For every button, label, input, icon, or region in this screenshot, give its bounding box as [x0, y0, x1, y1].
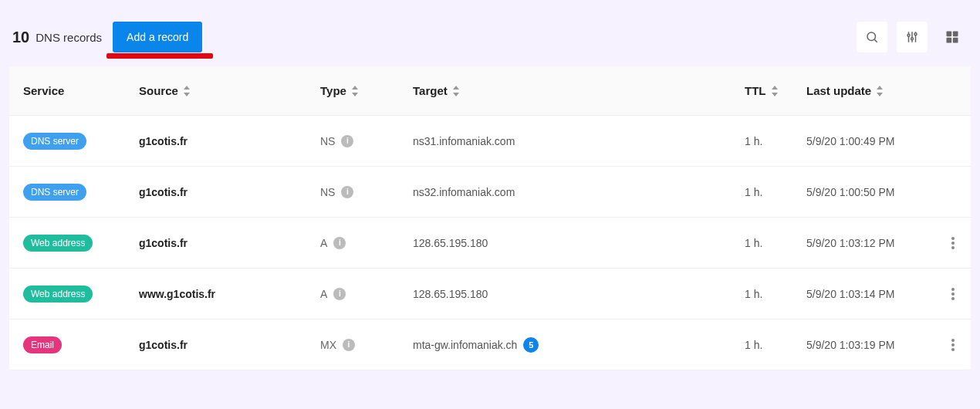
page-title: DNS records — [35, 31, 102, 44]
ttl-cell: 1 h. — [745, 237, 806, 249]
ttl-cell: 1 h. — [745, 288, 806, 300]
target-value: ns32.infomaniak.com — [413, 186, 515, 198]
table-row[interactable]: Web addresswww.g1cotis.frAi128.65.195.18… — [9, 269, 971, 319]
source-cell: g1cotis.fr — [139, 237, 320, 249]
target-value: 128.65.195.180 — [413, 237, 488, 249]
table-header: Service Source Type Target TTL — [9, 66, 971, 116]
sort-icon — [771, 86, 779, 96]
target-value: mta-gw.infomaniak.ch — [413, 339, 517, 351]
type-cell: Ai — [320, 237, 413, 249]
kebab-icon — [951, 288, 955, 300]
source-cell: g1cotis.fr — [139, 186, 320, 198]
svg-point-15 — [951, 288, 955, 291]
sort-icon — [351, 86, 359, 96]
ttl-cell: 1 h. — [745, 135, 806, 147]
source-cell: g1cotis.fr — [139, 339, 320, 351]
search-button[interactable] — [857, 22, 887, 52]
info-icon[interactable]: i — [333, 288, 346, 300]
table-row[interactable]: Web addressg1cotis.frAi128.65.195.1801 h… — [9, 218, 971, 269]
highlight-underline — [106, 53, 213, 59]
service-cell: Email — [23, 336, 139, 353]
row-actions-button[interactable] — [938, 339, 968, 351]
svg-rect-9 — [953, 32, 958, 37]
table-row[interactable]: DNS serverg1cotis.frNSins32.infomaniak.c… — [9, 167, 971, 218]
type-cell: NSi — [320, 135, 413, 147]
target-cell: mta-gw.infomaniak.ch5 — [413, 337, 745, 353]
service-cell: Web address — [23, 286, 139, 303]
info-icon[interactable]: i — [341, 135, 353, 147]
source-cell: www.g1cotis.fr — [139, 288, 320, 300]
svg-point-5 — [911, 38, 914, 40]
info-icon[interactable]: i — [341, 186, 353, 198]
table-row[interactable]: Emailg1cotis.frMXimta-gw.infomaniak.ch51… — [9, 319, 971, 370]
kebab-icon — [951, 339, 955, 351]
row-actions-button[interactable] — [938, 288, 968, 300]
source-cell: g1cotis.fr — [139, 135, 320, 147]
last-update-cell: 5/9/20 1:03:12 PM — [806, 237, 938, 249]
svg-line-1 — [874, 39, 877, 42]
service-cell: DNS server — [23, 133, 139, 150]
svg-point-16 — [951, 292, 955, 296]
sort-icon — [183, 86, 191, 96]
add-record-wrap: Add a record — [113, 22, 202, 52]
grid-view-button[interactable] — [937, 22, 968, 52]
kebab-icon — [951, 237, 955, 249]
col-last-update[interactable]: Last update — [806, 84, 938, 97]
svg-point-19 — [951, 343, 955, 346]
service-badge: Web address — [23, 235, 93, 252]
col-target[interactable]: Target — [413, 84, 745, 97]
target-cell: ns32.infomaniak.com — [413, 186, 745, 198]
type-cell: MXi — [320, 339, 413, 351]
service-badge: DNS server — [23, 133, 86, 150]
svg-rect-8 — [947, 32, 952, 37]
last-update-cell: 5/9/20 1:03:19 PM — [806, 339, 938, 351]
sort-icon — [452, 86, 460, 96]
col-last-update-label: Last update — [806, 84, 871, 97]
svg-point-12 — [951, 237, 955, 240]
service-badge: Web address — [23, 286, 93, 303]
type-cell: Ai — [320, 288, 413, 300]
type-value: MX — [320, 339, 336, 351]
type-value: A — [320, 288, 327, 300]
col-source[interactable]: Source — [139, 84, 320, 97]
type-value: A — [320, 237, 327, 249]
last-update-cell: 5/9/20 1:00:49 PM — [806, 135, 938, 147]
row-actions-button[interactable] — [938, 237, 968, 249]
service-cell: Web address — [23, 235, 139, 252]
type-cell: NSi — [320, 186, 413, 198]
records-table: Service Source Type Target TTL — [9, 66, 971, 370]
col-ttl-label: TTL — [745, 84, 766, 97]
last-update-cell: 5/9/20 1:00:50 PM — [806, 186, 938, 198]
last-update-cell: 5/9/20 1:03:14 PM — [806, 288, 938, 300]
col-service-label: Service — [23, 84, 64, 97]
sliders-icon — [905, 30, 919, 44]
table-body: DNS serverg1cotis.frNSins31.infomaniak.c… — [9, 116, 971, 370]
record-count: 10 — [12, 29, 29, 46]
add-record-button[interactable]: Add a record — [113, 22, 202, 52]
page-header: 10 DNS records Add a record — [0, 0, 980, 66]
service-badge: Email — [23, 336, 62, 353]
col-ttl[interactable]: TTL — [745, 84, 806, 97]
svg-point-13 — [951, 242, 955, 245]
col-service: Service — [23, 84, 139, 97]
col-source-label: Source — [139, 84, 178, 97]
search-icon — [865, 30, 879, 44]
svg-point-18 — [951, 339, 955, 342]
target-value: ns31.infomaniak.com — [413, 135, 515, 147]
col-type[interactable]: Type — [320, 84, 413, 97]
ttl-cell: 1 h. — [745, 339, 806, 351]
target-cell: ns31.infomaniak.com — [413, 135, 745, 147]
svg-point-7 — [914, 33, 917, 35]
col-type-label: Type — [320, 84, 346, 97]
info-icon[interactable]: i — [343, 339, 355, 351]
target-value: 128.65.195.180 — [413, 288, 488, 300]
filter-button[interactable] — [897, 22, 928, 52]
svg-point-0 — [867, 32, 876, 41]
ttl-cell: 1 h. — [745, 186, 806, 198]
svg-point-17 — [951, 297, 955, 300]
info-icon[interactable]: i — [333, 237, 346, 249]
col-target-label: Target — [413, 84, 448, 97]
target-cell: 128.65.195.180 — [413, 288, 745, 300]
table-row[interactable]: DNS serverg1cotis.frNSins31.infomaniak.c… — [9, 116, 971, 167]
sort-icon — [876, 86, 884, 96]
